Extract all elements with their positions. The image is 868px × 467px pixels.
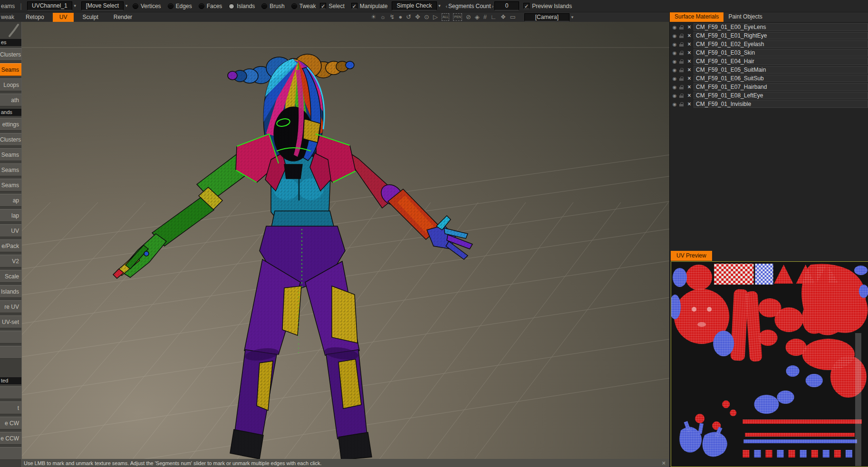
sidebar-item-blank-28[interactable] [0,447,21,460]
grid-icon[interactable]: # [483,14,487,20]
radio-edges[interactable]: Edges [168,3,192,10]
material-name[interactable]: CM_F59_01_E08_LeftEye [694,92,868,99]
sidebar-item-uv-set[interactable]: UV-set [0,315,21,328]
preview-islands-checkbox[interactable]: ✓ Preview Islands [523,3,572,10]
delete-x-icon[interactable]: × [686,49,693,56]
bulb-icon[interactable]: ☼ [380,14,386,20]
radio-faces[interactable]: Faces [199,3,222,10]
select-all-icon[interactable]: ALL [442,13,449,21]
lock-icon[interactable] [679,59,684,64]
sidebar-item-v2[interactable]: V2 [0,255,21,267]
delete-x-icon[interactable]: × [686,58,693,65]
uv-channel-dropdown[interactable]: UVChannel_1 ▼ [27,1,77,10]
material-name[interactable]: CM_F59_01_E05_SuitMain [694,66,868,74]
move-icon[interactable]: ✥ [415,14,420,20]
visibility-eye-icon[interactable]: ◉ [671,67,678,73]
segments-count-spinner[interactable]: ‹ Segments Count › 0 [445,1,519,10]
sidebar-item-loops[interactable]: Loops [0,78,21,91]
uv-preview-tab[interactable]: UV Preview [671,251,712,261]
select-pen-icon[interactable]: PEN [453,13,462,21]
sidebar-item-re-uv[interactable]: re UV [0,300,21,313]
lock-icon[interactable] [679,51,684,55]
status-close-icon[interactable]: × [662,460,665,466]
sidebar-item-seams[interactable]: Seams [0,63,21,76]
zoom-icon[interactable]: ⊙ [424,14,429,20]
mode-select-dropdown[interactable]: [Move Select ▼ [81,1,128,10]
radio-tweak[interactable]: Tweak [291,3,316,10]
lock-icon[interactable] [679,42,684,47]
material-name[interactable]: CM_F59_01_E03_Skin [694,49,868,57]
visibility-eye-icon[interactable]: ◉ [671,76,678,81]
sidebar-item-lap[interactable]: lap [0,209,21,222]
segments-count-value[interactable]: 0 [494,1,519,10]
camera-dropdown[interactable]: [Camera] ▼ [524,13,574,21]
material-name[interactable]: CM_F59_01_E04_Hair [694,57,868,65]
spinner-right-icon[interactable]: › [492,3,494,9]
lock-icon[interactable] [679,102,684,106]
delete-x-icon[interactable]: × [686,92,693,99]
material-name[interactable]: CM_F59_01_E00_EyeLens [694,23,868,31]
delete-x-icon[interactable]: × [686,41,693,48]
sidebar-item-seams[interactable]: Seams [0,163,21,176]
visibility-eye-icon[interactable]: ◉ [671,42,678,47]
uv-preview-canvas[interactable] [671,261,868,467]
sidebar-item-ap[interactable]: ap [0,194,21,207]
panorama-icon[interactable]: ▭ [510,14,515,20]
radio-islands[interactable]: Islands [229,3,255,10]
sidebar-item-seams[interactable]: Seams [0,179,21,191]
lock-icon[interactable] [679,34,684,38]
visibility-eye-icon[interactable]: ◉ [671,33,678,38]
sidebar-item-e-pack[interactable]: e/Pack [0,239,21,252]
sun-icon[interactable]: ☀ [371,14,376,20]
viewport-3d[interactable]: Use LMB to mark and unmark texture seams… [22,22,669,467]
sidebar-item-uv[interactable]: UV [0,224,21,237]
bulb-drag-icon[interactable]: ↯ [390,14,395,20]
rotate-icon[interactable]: ↺ [406,14,411,20]
sidebar-item-e-cw[interactable]: e CW [0,417,21,429]
delete-x-icon[interactable]: × [686,101,693,107]
lock-icon[interactable] [679,25,684,29]
tab-render[interactable]: Render [107,13,139,22]
sidebar-item-blank-21[interactable] [0,346,21,359]
sidebar-item-blank-20[interactable] [0,331,21,343]
lock-icon[interactable] [679,76,684,81]
radio-vertices[interactable]: Vertices [133,3,161,10]
visibility-eye-icon[interactable]: ◉ [671,59,678,64]
sidebar-item-blank-24[interactable] [0,386,21,399]
material-name[interactable]: CM_F59_01_E02_Eyelash [694,40,868,48]
visibility-eye-icon[interactable]: ◉ [671,93,678,98]
tab-paint-objects[interactable]: Paint Objects [723,12,767,22]
lock-icon[interactable] [679,85,684,89]
play-outline-icon[interactable]: ▷ [433,14,438,20]
delete-x-icon[interactable]: × [686,32,693,39]
tab-uv[interactable]: UV [53,13,74,22]
tab-surface-materials[interactable]: Surface Materials [670,12,723,22]
tab-retopo[interactable]: Retopo [19,13,51,22]
checkbox-manipulate[interactable]: ✓Manipulate [351,3,388,10]
tab-sculpt[interactable]: Sculpt [76,13,105,22]
radio-brush[interactable]: Brush [261,3,284,10]
sidebar-item-islands[interactable]: Islands [0,285,21,298]
cutoff-tab-seams[interactable]: eams [1,3,15,10]
sidebar-item-t[interactable]: t [0,401,21,414]
visibility-eye-icon[interactable]: ◉ [671,50,678,56]
sidebar-item-ettings[interactable]: ettings [0,118,21,131]
delete-x-icon[interactable]: × [686,75,693,82]
no-symbol-icon[interactable]: ⊘ [466,14,471,20]
delete-x-icon[interactable]: × [686,67,693,73]
sidebar-item-ath[interactable]: ath [0,94,21,106]
sidebar-item-e-ccw[interactable]: e CCW [0,432,21,445]
spinner-left-icon[interactable]: ‹ [445,3,447,9]
lock-icon[interactable] [679,68,684,72]
checkbox-select[interactable]: ✓Select [320,3,344,10]
visibility-eye-icon[interactable]: ◉ [671,25,678,30]
sidebar-item-clusters[interactable]: Clusters [0,48,21,61]
delete-x-icon[interactable]: × [686,24,693,30]
material-name[interactable]: CM_F59_01_E07_Hairband [694,83,868,91]
material-name[interactable]: CM_F59_01_Invisible [694,100,868,108]
cutoff-tab-tweak[interactable]: weak [1,14,14,20]
delete-x-icon[interactable]: × [686,84,693,90]
axis-icon[interactable]: ∟ [491,14,497,20]
visibility-eye-icon[interactable]: ◉ [671,85,678,90]
maximize-icon[interactable]: ❖ [501,14,506,20]
